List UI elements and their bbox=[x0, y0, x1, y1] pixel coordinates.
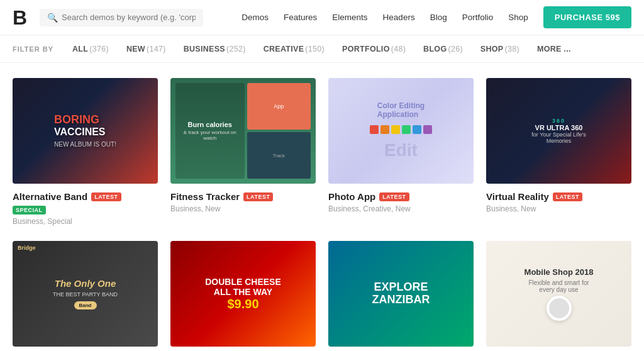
nav-features[interactable]: Features bbox=[284, 13, 317, 22]
nav-shop[interactable]: Shop bbox=[508, 13, 528, 22]
main-nav: Demos Features Elements Headers Blog Por… bbox=[242, 6, 631, 28]
badge-special: SPECIAL bbox=[13, 206, 46, 214]
filter-by-label: FILTER BY bbox=[13, 45, 53, 53]
header: B 🔍 Demos Features Elements Headers Blog… bbox=[0, 0, 644, 35]
filter-more[interactable]: MORE ... bbox=[528, 35, 580, 63]
search-box: 🔍 bbox=[40, 9, 203, 26]
card-title-row: Virtual Reality LATEST bbox=[486, 191, 631, 202]
card-tags: Business, New bbox=[170, 204, 316, 213]
card-fast-food[interactable]: Double CheeseAll The Way $9.90 Fast Food… bbox=[170, 241, 316, 351]
card-thumbnail: Color EditingApplication Edit bbox=[328, 78, 474, 184]
badge-latest: LATEST bbox=[91, 192, 121, 201]
nav-headers[interactable]: Headers bbox=[383, 13, 415, 22]
badge-latest: LATEST bbox=[243, 192, 273, 201]
card-title: Fitness Tracker bbox=[170, 191, 240, 202]
card-thumbnail: Burn calories & track your workout on wa… bbox=[170, 78, 316, 184]
card-thumbnail: 360 VR Ultra 360 for Your Special Life's… bbox=[486, 78, 631, 184]
badge-latest: LATEST bbox=[379, 192, 409, 201]
card-thumbnail: EXPLOREZANZIBAR bbox=[328, 241, 474, 347]
card-grid: BORING VACCINES NEW ALBUM IS OUT! Altern… bbox=[13, 78, 631, 351]
filter-creative[interactable]: CREATIVE (150) bbox=[255, 35, 333, 63]
filter-shop[interactable]: SHOP (38) bbox=[472, 35, 528, 63]
card-tags: Business, Special bbox=[13, 217, 158, 226]
logo: B bbox=[13, 8, 27, 28]
search-input[interactable] bbox=[62, 13, 196, 22]
card-title-row: Fitness Tracker LATEST bbox=[170, 191, 316, 202]
card-title: Photo App bbox=[328, 191, 375, 202]
nav-blog[interactable]: Blog bbox=[430, 13, 447, 22]
nav-demos[interactable]: Demos bbox=[242, 13, 269, 22]
card-virtual-reality[interactable]: 360 VR Ultra 360 for Your Special Life's… bbox=[486, 78, 631, 226]
filter-all[interactable]: ALL (376) bbox=[64, 35, 118, 63]
card-fitness-tracker[interactable]: Burn calories & track your workout on wa… bbox=[170, 78, 316, 226]
nav-elements[interactable]: Elements bbox=[332, 13, 367, 22]
card-title-row: Alternative Band LATEST SPECIAL bbox=[13, 191, 158, 214]
filter-blog[interactable]: BLOG (26) bbox=[414, 35, 472, 63]
purchase-button[interactable]: PURCHASE 59$ bbox=[543, 6, 631, 28]
card-alternative-band[interactable]: BORING VACCINES NEW ALBUM IS OUT! Altern… bbox=[13, 78, 158, 226]
filter-portfolio[interactable]: PORTFOLIO (48) bbox=[333, 35, 414, 63]
card-thumbnail: BORING VACCINES NEW ALBUM IS OUT! bbox=[13, 78, 158, 184]
card-title-row: Photo App LATEST bbox=[328, 191, 474, 202]
filter-new[interactable]: NEW (147) bbox=[118, 35, 175, 63]
card-tags: Business, Creative, New bbox=[328, 204, 474, 213]
card-exotic-travels[interactable]: EXPLOREZANZIBAR Exotic Travels LATEST Bu… bbox=[328, 241, 474, 351]
card-tags: Business, New bbox=[486, 204, 631, 213]
card-thumbnail: Bridge The Only One THE BEST PARTY BAND … bbox=[13, 241, 158, 347]
search-icon: 🔍 bbox=[47, 13, 58, 23]
card-thumbnail: Mobile Shop 2018 Flexible and smart for … bbox=[486, 241, 631, 347]
card-smartphone-store[interactable]: Mobile Shop 2018 Flexible and smart for … bbox=[486, 241, 631, 351]
card-title: Alternative Band bbox=[13, 191, 87, 202]
nav-portfolio[interactable]: Portfolio bbox=[462, 13, 494, 22]
filter-business[interactable]: BUSINESS (252) bbox=[175, 35, 255, 63]
badge-latest: LATEST bbox=[553, 192, 582, 201]
card-thumbnail: Double CheeseAll The Way $9.90 bbox=[170, 241, 316, 347]
card-music-band[interactable]: Bridge The Only One THE BEST PARTY BAND … bbox=[13, 241, 158, 351]
card-title: Virtual Reality bbox=[486, 191, 549, 202]
grid-container: BORING VACCINES NEW ALBUM IS OUT! Altern… bbox=[0, 63, 644, 351]
card-photo-app[interactable]: Color EditingApplication Edit Photo App … bbox=[328, 78, 474, 226]
filter-bar: FILTER BY ALL (376) NEW (147) BUSINESS (… bbox=[0, 35, 644, 63]
